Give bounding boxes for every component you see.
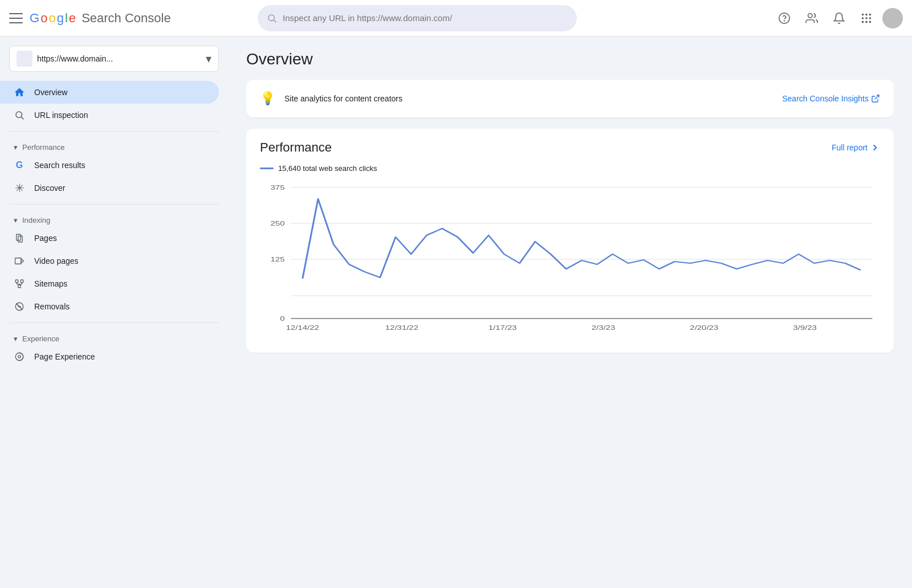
url-search-bar[interactable] (258, 5, 577, 31)
insights-banner-card: 💡 Site analytics for content creators Se… (246, 80, 894, 117)
svg-marker-19 (21, 259, 24, 263)
sidebar-section-experience[interactable]: ▾ Experience (0, 328, 228, 345)
user-avatar[interactable] (882, 8, 903, 28)
sidebar-item-search-results-label: Search results (34, 161, 85, 170)
pages-icon (14, 232, 25, 244)
experience-icon (14, 351, 25, 362)
sidebar-item-pages-label: Pages (34, 234, 57, 243)
home-icon (14, 87, 25, 98)
help-icon-button[interactable] (773, 7, 796, 30)
svg-point-12 (865, 21, 868, 23)
sidebar-item-video-pages[interactable]: Video pages (0, 250, 219, 272)
property-icon (17, 51, 32, 67)
layout: https://www.domain... ▾ Overview URL ins… (0, 36, 912, 588)
people-icon-button[interactable] (800, 7, 823, 30)
sidebar-item-video-pages-label: Video pages (34, 256, 79, 266)
svg-point-14 (16, 112, 22, 118)
sidebar-item-search-results[interactable]: G Search results (0, 154, 219, 177)
video-icon (14, 255, 25, 267)
logo-o1: o (40, 11, 47, 26)
svg-point-8 (862, 17, 864, 19)
performance-chart: 375 250 125 0 12/14/22 12/31/22 1/17/23 … (260, 182, 880, 341)
full-report-link[interactable]: Full report (832, 142, 880, 153)
lightbulb-icon: 💡 (260, 91, 275, 106)
svg-text:1/17/23: 1/17/23 (488, 324, 517, 332)
chart-svg: 375 250 125 0 12/14/22 12/31/22 1/17/23 … (260, 182, 880, 341)
svg-point-6 (865, 13, 868, 15)
sidebar-section-performance[interactable]: ▾ Performance (0, 136, 228, 154)
collapse-icon-performance: ▾ (14, 143, 18, 152)
svg-rect-18 (15, 258, 22, 264)
svg-text:3/9/23: 3/9/23 (793, 324, 817, 332)
sidebar-section-indexing-label: Indexing (22, 216, 50, 224)
svg-text:125: 125 (271, 256, 285, 263)
app-name: Search Console (82, 11, 171, 26)
legend-line (260, 168, 274, 169)
nav-divider-1 (9, 131, 219, 132)
performance-header: Performance Full report (260, 140, 880, 155)
main-content: Overview 💡 Site analytics for content cr… (228, 36, 912, 588)
search-icon (267, 13, 277, 23)
logo-o2: o (48, 11, 55, 26)
apps-icon-button[interactable] (855, 7, 878, 30)
sidebar-item-pages[interactable]: Pages (0, 227, 219, 250)
chevron-down-icon: ▾ (206, 52, 211, 66)
header-icons (773, 7, 903, 30)
svg-point-4 (808, 13, 812, 17)
hamburger-icon[interactable] (9, 11, 23, 25)
sidebar-item-discover[interactable]: ✳ Discover (0, 177, 219, 199)
sidebar-item-removals[interactable]: Removals (0, 295, 219, 318)
external-link-icon (871, 94, 880, 103)
sidebar-item-sitemaps-label: Sitemaps (34, 279, 67, 288)
performance-title: Performance (260, 140, 332, 155)
insights-banner: 💡 Site analytics for content creators Se… (260, 91, 880, 106)
google-g-icon: G (14, 160, 25, 171)
sidebar-item-sitemaps[interactable]: Sitemaps (0, 272, 219, 295)
url-search-input[interactable] (283, 13, 568, 23)
svg-text:2/20/23: 2/20/23 (690, 324, 718, 332)
svg-rect-22 (18, 285, 21, 288)
header-left: Google Search Console (9, 11, 249, 26)
svg-text:250: 250 (271, 220, 285, 227)
svg-point-2 (779, 13, 789, 23)
svg-point-0 (268, 15, 275, 21)
svg-rect-21 (21, 280, 23, 283)
property-selector[interactable]: https://www.domain... ▾ (9, 46, 219, 72)
asterisk-icon: ✳ (14, 182, 25, 194)
notifications-icon-button[interactable] (828, 7, 850, 30)
svg-point-13 (869, 21, 872, 23)
sidebar-item-page-experience-label: Page Experience (34, 352, 95, 361)
svg-line-15 (21, 117, 23, 119)
legend-text: 15,640 total web search clicks (278, 164, 377, 173)
svg-point-7 (869, 13, 872, 15)
svg-rect-16 (17, 234, 21, 240)
logo-e: e (69, 11, 76, 26)
sidebar-item-url-inspection[interactable]: URL inspection (0, 104, 219, 126)
logo-g2: g (57, 11, 64, 26)
svg-point-9 (865, 17, 868, 19)
sidebar-item-page-experience[interactable]: Page Experience (0, 345, 219, 368)
svg-point-5 (862, 13, 864, 15)
svg-line-1 (274, 20, 276, 22)
collapse-icon-indexing: ▾ (14, 216, 18, 224)
sidebar: https://www.domain... ▾ Overview URL ins… (0, 36, 228, 588)
sidebar-section-indexing[interactable]: ▾ Indexing (0, 209, 228, 227)
performance-legend: 15,640 total web search clicks (260, 164, 880, 173)
sidebar-item-url-inspection-label: URL inspection (34, 111, 88, 120)
page-title: Overview (246, 50, 894, 68)
sidebar-item-overview[interactable]: Overview (0, 81, 219, 104)
svg-point-30 (18, 356, 21, 358)
sitemaps-icon (14, 278, 25, 289)
collapse-icon-experience: ▾ (14, 334, 18, 343)
logo-l: l (65, 11, 68, 26)
svg-line-31 (875, 95, 879, 99)
svg-text:2/3/23: 2/3/23 (592, 324, 616, 332)
removals-icon (14, 301, 25, 312)
svg-text:12/14/22: 12/14/22 (286, 324, 319, 332)
insights-link[interactable]: Search Console Insights (782, 94, 880, 103)
sidebar-section-experience-label: Experience (22, 334, 59, 343)
svg-text:12/31/22: 12/31/22 (385, 324, 418, 332)
svg-text:0: 0 (280, 315, 284, 322)
full-report-label: Full report (832, 143, 868, 152)
app-logo: Google Search Console (30, 11, 171, 26)
